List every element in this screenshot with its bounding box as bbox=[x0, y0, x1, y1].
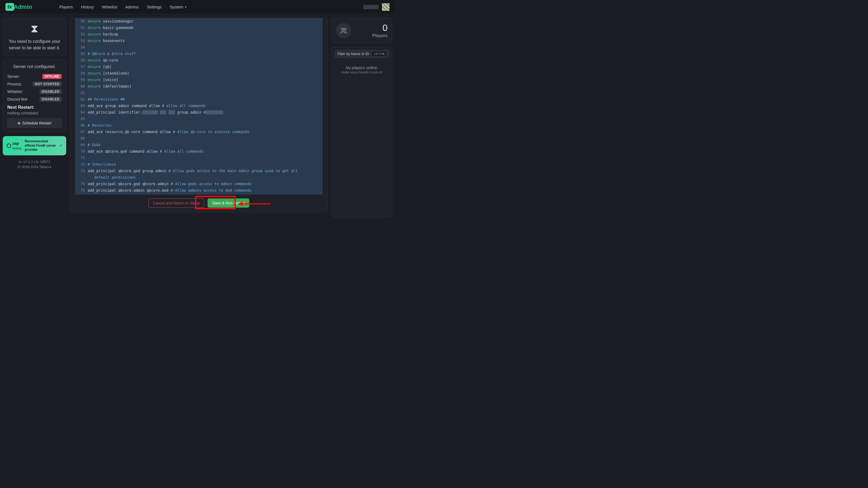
status-label: Server: bbox=[7, 74, 20, 78]
logo-tx: tx bbox=[5, 3, 14, 11]
status-row: Whitelist:DISABLED bbox=[7, 89, 62, 94]
zap-text: Recommended official FiveM server provid… bbox=[25, 139, 62, 152]
svg-point-3 bbox=[344, 28, 346, 30]
zap-logo: ⬡ zapHosting bbox=[6, 141, 22, 150]
code-line: 57ensure [qb] bbox=[79, 64, 319, 70]
status-badge: DISABLED bbox=[40, 89, 62, 94]
code-line: 72# Inheritance bbox=[79, 161, 319, 168]
status-row: Server:OFFLINE bbox=[7, 74, 62, 79]
status-badge: NOT STARTED bbox=[33, 82, 62, 87]
hourglass-icon: ⧗ bbox=[7, 23, 62, 35]
filter-shortcut: ctrl+k bbox=[372, 52, 386, 56]
code-line: 59ensure [voice] bbox=[79, 77, 319, 83]
status-badge: DISABLED bbox=[40, 97, 62, 102]
players-count-card: 0 Players bbox=[332, 18, 392, 43]
svg-point-2 bbox=[341, 28, 344, 30]
code-line: 63add_ace group.admin command allow # al… bbox=[79, 103, 319, 109]
logo-admin: Admin bbox=[13, 3, 32, 10]
code-line: 64add_principal identifier.xxxxxxx xxx x… bbox=[79, 109, 319, 116]
logo[interactable]: tx Admin bbox=[5, 3, 32, 11]
next-restart-title: Next Restart: bbox=[7, 105, 62, 110]
editor-card: 50ensure sessionmanager51ensure basic-ga… bbox=[70, 18, 328, 212]
verified-icon: ✔ bbox=[60, 144, 62, 148]
save-run-button[interactable]: Save & Run Server bbox=[208, 198, 249, 208]
nav-whitelist[interactable]: Whitelist bbox=[102, 5, 117, 9]
players-filter-card: Filter by Name or ID ctrl+k No players o… bbox=[332, 47, 392, 218]
players-count: 0 bbox=[372, 23, 388, 33]
config-message: You need to configure your server to be … bbox=[7, 38, 62, 51]
code-line: 70add_ace qbcore.god command allow # All… bbox=[79, 148, 319, 155]
status-label: Whitelist: bbox=[7, 90, 23, 94]
no-players-sub: Invite some friends to join in! bbox=[335, 70, 389, 74]
server-not-configured: Server not configured. bbox=[7, 64, 62, 69]
filter-input[interactable]: Filter by Name or ID ctrl+k bbox=[335, 50, 389, 58]
code-line: 61 bbox=[79, 90, 319, 96]
code-line: 51ensure basic-gamemode bbox=[79, 25, 319, 31]
code-line: 71 bbox=[79, 155, 319, 161]
code-line: 67add_ace resource.qb-core command allow… bbox=[79, 129, 319, 135]
next-restart-sub: nothing scheduled bbox=[7, 111, 62, 115]
avatar[interactable] bbox=[382, 3, 390, 11]
header: tx Admin Players History Whitelist Admin… bbox=[0, 0, 395, 14]
players-icon bbox=[336, 23, 351, 38]
status-badge: OFFLINE bbox=[42, 74, 62, 79]
no-players-main: No players online. bbox=[335, 65, 389, 70]
code-line: 75add_principal qbcore.admin qbcore.mod … bbox=[79, 187, 319, 194]
status-row: Process:NOT STARTED bbox=[7, 82, 62, 87]
code-line: 69# Gods bbox=[79, 142, 319, 148]
nav-system[interactable]: System bbox=[170, 5, 186, 9]
code-line: 73add_principal qbcore.god group.admin #… bbox=[79, 168, 319, 174]
code-line: 62## Permissions ## bbox=[79, 96, 319, 103]
code-line: 58ensure [standalone] bbox=[79, 70, 319, 77]
status-row: Discord Bot:DISABLED bbox=[7, 97, 62, 102]
status-label: Discord Bot: bbox=[7, 97, 28, 101]
code-line: 53ensure baseevents bbox=[79, 38, 319, 44]
code-line: 68 bbox=[79, 135, 319, 142]
code-line: 52ensure hardcap bbox=[79, 31, 319, 38]
nav-players[interactable]: Players bbox=[59, 5, 73, 9]
code-line: 50ensure sessionmanager bbox=[79, 18, 319, 25]
code-line: 76 bbox=[79, 194, 319, 195]
filter-placeholder: Filter by Name or ID bbox=[337, 52, 369, 56]
username-redacted bbox=[364, 5, 379, 9]
status-label: Process: bbox=[7, 82, 22, 86]
code-line: 66# Resources bbox=[79, 122, 319, 129]
code-editor[interactable]: 50ensure sessionmanager51ensure basic-ga… bbox=[75, 18, 322, 195]
status-card: Server not configured. Server:OFFLINEPro… bbox=[3, 60, 66, 132]
code-line: 74add_principal qbcore.god qbcore.admin … bbox=[79, 181, 319, 187]
code-line: 55# QBCore & Extra stuff bbox=[79, 51, 319, 57]
header-right bbox=[364, 3, 390, 11]
code-line: 65 bbox=[79, 116, 319, 122]
nav-settings[interactable]: Settings bbox=[147, 5, 162, 9]
code-line: 56ensure qb-core bbox=[79, 57, 319, 64]
players-label: Players bbox=[372, 33, 388, 38]
code-line: 54 bbox=[79, 44, 319, 51]
code-line: 60ensure [defaultmaps] bbox=[79, 83, 319, 90]
zap-hosting-promo[interactable]: ⬡ zapHosting Recommended official FiveM … bbox=[3, 136, 66, 155]
plus-circle-icon: ⊕ bbox=[18, 121, 21, 125]
nav-admins[interactable]: Admins bbox=[125, 5, 139, 9]
schedule-restart-button[interactable]: ⊕ Schedule Restart bbox=[7, 119, 62, 128]
config-card: ⧗ You need to configure your server to b… bbox=[3, 18, 66, 56]
code-line: default permissions bbox=[79, 174, 319, 181]
nav-history[interactable]: History bbox=[81, 5, 94, 9]
cancel-button[interactable]: Cancel and Return to Setup bbox=[148, 198, 205, 208]
nav: Players History Whitelist Admins Setting… bbox=[59, 5, 186, 9]
footer: tx: v7.2.2 | fx: b9572 © 2019-2024 Tabar… bbox=[3, 159, 66, 170]
